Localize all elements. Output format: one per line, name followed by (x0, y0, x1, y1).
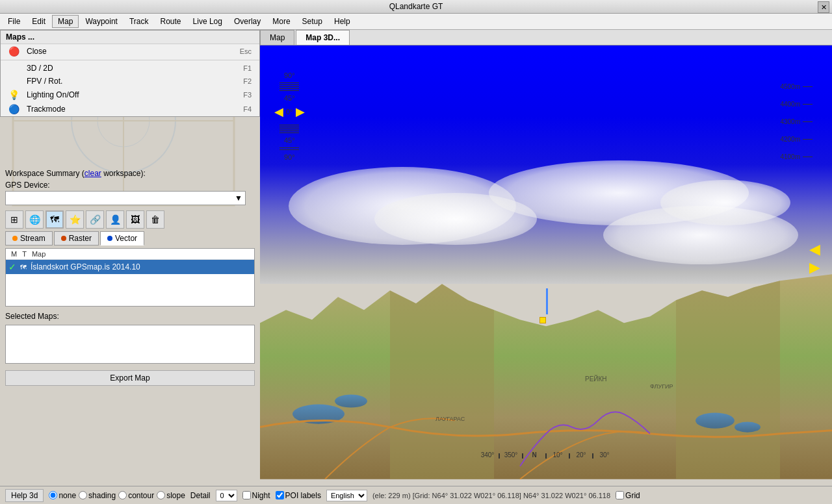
tilt-tick (280, 125, 299, 125)
radio-slope-label[interactable]: slope (157, 491, 185, 500)
menu-more[interactable]: More (267, 16, 295, 27)
gps-device-dropdown[interactable]: ▼ (5, 191, 246, 205)
right-arrow-up-icon[interactable]: ◀ (809, 241, 820, 258)
view-tab-map[interactable]: Map (260, 30, 294, 45)
close-shortcut: Esc (240, 47, 252, 55)
grid-checkbox[interactable] (616, 491, 624, 499)
help-3d-button[interactable]: Help 3d (5, 489, 44, 502)
tilt-arrows[interactable]: ◀ 0° ▶ (274, 105, 305, 119)
selected-maps-label: Selected Maps: (0, 309, 260, 323)
tab-stream-label: Stream (20, 234, 46, 243)
dropdown-trackmode[interactable]: 🔵 Trackmode F4 (1, 102, 259, 116)
main-area: Maps ... 🔴 Close Esc 3D / 2D F1 FPV / Ro… (0, 30, 832, 482)
trackmode-icon: 🔵 (8, 104, 21, 114)
selected-maps-box (5, 325, 255, 364)
workspace-summary-label: Workspace Summary (clear workspace): (5, 169, 255, 178)
toolbar-link-btn[interactable]: 🔗 (86, 210, 104, 229)
menu-edit[interactable]: Edit (27, 16, 51, 27)
radio-slope[interactable] (157, 491, 165, 499)
toolbar-globe-btn[interactable]: 🌐 (25, 210, 44, 229)
night-checkbox-label[interactable]: Night (242, 491, 270, 500)
bearing-30: 30° (595, 451, 614, 459)
tilt-label-90-top: 90° (284, 71, 295, 79)
toolbar-person-btn[interactable]: 👤 (106, 210, 124, 229)
close-icon: 🔴 (8, 46, 21, 57)
elev-tick (803, 104, 812, 105)
tilt-tick (280, 84, 299, 85)
trackmode-shortcut: F4 (243, 105, 252, 113)
menu-track[interactable]: Track (124, 16, 154, 27)
bearing-tick (499, 453, 500, 459)
tilt-right-arrow-icon: ▶ (296, 105, 305, 119)
radio-contour-label[interactable]: contour (118, 491, 154, 500)
svg-text:ФЛУГИР: ФЛУГИР (650, 383, 673, 390)
map-list-item[interactable]: ✓ 🗺 Íslandskort GPSmap.is 2014.10 (6, 260, 254, 274)
right-navigation-arrows[interactable]: ◀ ▶ (809, 241, 820, 276)
terrain-svg: РЕЙКН ЛАУГАРАС ФЛУГИР (260, 219, 832, 479)
workspace-area: Workspace Summary (clear workspace): GPS… (0, 166, 260, 208)
3d-shortcut: F1 (243, 64, 252, 72)
map-location-pin (546, 288, 548, 314)
col-t: T (20, 250, 29, 258)
radio-contour[interactable] (118, 491, 127, 499)
tab-raster[interactable]: Raster (54, 231, 99, 246)
tab-vector[interactable]: Vector (100, 231, 144, 246)
map-list-container: M T Map ✓ 🗺 Íslandskort GPSmap.is 2014.1… (5, 248, 255, 307)
detail-select[interactable]: 0 1 2 3 (216, 490, 237, 501)
dropdown-close[interactable]: 🔴 Close Esc (1, 44, 259, 58)
tab-stream[interactable]: Stream (5, 231, 53, 246)
night-checkbox[interactable] (242, 491, 251, 499)
elev-4100-label: 4100m (780, 153, 800, 160)
menu-waypoint[interactable]: Waypoint (80, 16, 123, 27)
toolbar-delete-btn[interactable]: 🗑 (146, 210, 164, 229)
view-tab-map3d[interactable]: Map 3D... (296, 30, 350, 45)
radio-none[interactable] (49, 491, 57, 499)
tilt-tick (280, 90, 299, 91)
tilt-tick (280, 147, 299, 148)
bearing-tick (522, 453, 523, 459)
bearing-350: 350° (501, 451, 521, 459)
elev-4400-label: 4400m (780, 101, 800, 108)
elevation-scale: 4500m 4400m 4300m 4200m 4100m (780, 78, 812, 166)
dropdown-3d-2d[interactable]: 3D / 2D F1 (1, 62, 259, 75)
separator (1, 60, 259, 60)
dropdown-fpv[interactable]: FPV / Rot. F2 (1, 75, 259, 88)
menu-file[interactable]: File (3, 16, 25, 27)
menu-livelog[interactable]: Live Log (188, 16, 228, 27)
pin-bottom (543, 317, 549, 323)
dropdown-lighting[interactable]: 💡 Lighting On/Off F3 (1, 88, 259, 102)
toolbar-star-btn[interactable]: ⭐ (66, 210, 84, 229)
radio-shading-label[interactable]: shading (79, 491, 116, 500)
gps-device-label: GPS Device: (5, 181, 255, 190)
map-name: Íslandskort GPSmap.is 2014.10 (31, 262, 140, 271)
poi-checkbox[interactable] (276, 491, 284, 499)
lighting-icon: 💡 (8, 90, 21, 100)
toolbar-grid-btn[interactable]: ⊞ (5, 210, 23, 229)
language-select[interactable]: English Local (326, 490, 367, 501)
menu-map[interactable]: Map (52, 15, 79, 28)
toolbar-image-btn[interactable]: 🖼 (126, 210, 144, 229)
bearing-tick (545, 453, 547, 459)
radio-none-label[interactable]: none (49, 491, 76, 500)
radio-shading[interactable] (79, 491, 87, 499)
menu-overlay[interactable]: Overlay (229, 16, 266, 27)
clear-workspace-link[interactable]: clear (84, 169, 101, 178)
tilt-tick (280, 86, 299, 87)
poi-checkbox-label[interactable]: POI labels (276, 491, 321, 500)
close-window-button[interactable]: ✕ (818, 1, 829, 13)
right-arrow-down-icon[interactable]: ▶ (809, 259, 820, 276)
col-map: Map (29, 250, 48, 258)
toolbar-map-btn[interactable]: 🗺 (46, 210, 64, 229)
menu-help[interactable]: Help (329, 16, 356, 27)
map-canvas[interactable]: РЕЙКН ЛАУГАРАС ФЛУГИР 90° 45° ◀ 0° (260, 45, 832, 479)
tilt-slider[interactable]: 90° 45° ◀ 0° ▶ (274, 71, 305, 161)
elev-4100: 4100m (780, 153, 812, 160)
grid-checkbox-label[interactable]: Grid (616, 491, 640, 500)
map-dropdown-menu: Maps ... 🔴 Close Esc 3D / 2D F1 FPV / Ro… (0, 30, 260, 117)
menu-setup[interactable]: Setup (297, 16, 328, 27)
export-map-button[interactable]: Export Map (5, 370, 255, 386)
elev-tick (803, 86, 812, 87)
coordinates-info: (ele: 229 m) [Grid: N64° 31.022 W021° 06… (372, 492, 610, 499)
menu-route[interactable]: Route (155, 16, 187, 27)
grid-label-text: Grid (625, 491, 640, 500)
